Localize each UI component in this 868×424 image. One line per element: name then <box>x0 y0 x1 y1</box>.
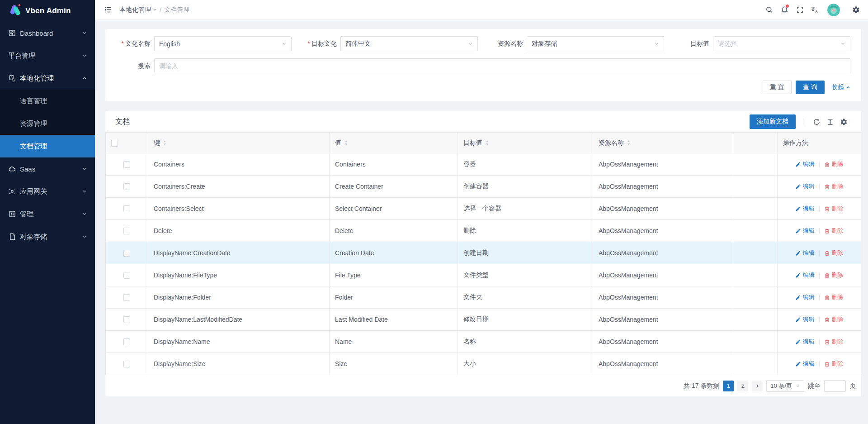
column-settings-gear-icon[interactable] <box>837 115 850 129</box>
page-button-2[interactable]: 2 <box>737 381 748 391</box>
edit-button[interactable]: 编辑 <box>795 293 815 301</box>
delete-button[interactable]: 删除 <box>824 205 844 213</box>
topbar-actions: 文A <box>761 0 863 20</box>
target-culture-select[interactable]: 简体中文 <box>340 36 478 51</box>
edit-button[interactable]: 编辑 <box>795 271 815 279</box>
jump-page-input[interactable] <box>824 380 846 392</box>
sidebar-item-platform[interactable]: 平台管理 <box>0 44 95 67</box>
row-checkbox[interactable] <box>123 316 130 323</box>
filter-actions: 重 置 查 询 收起 <box>113 81 850 94</box>
query-button[interactable]: 查 询 <box>796 81 825 94</box>
delete-action-label: 删除 <box>832 205 844 213</box>
chevron-down-icon <box>468 40 473 48</box>
edit-action-label: 编辑 <box>803 227 815 235</box>
reset-button[interactable]: 重 置 <box>763 81 792 94</box>
row-checkbox[interactable] <box>123 272 130 279</box>
notification-badge <box>786 5 789 8</box>
target-value-select[interactable]: 请选择 <box>713 36 850 51</box>
action-divider <box>819 250 820 256</box>
breadcrumb-parent[interactable]: 本地化管理 <box>119 6 157 14</box>
user-avatar[interactable] <box>827 4 840 16</box>
row-height-icon[interactable] <box>823 115 837 129</box>
culture-select[interactable]: English <box>154 36 292 51</box>
sidebar-item-management[interactable]: 管理 <box>0 203 95 225</box>
delete-button[interactable]: 删除 <box>824 249 844 257</box>
sort-icon[interactable] <box>485 140 489 146</box>
next-page-button[interactable] <box>752 381 763 391</box>
column-header-key[interactable]: 键 <box>148 133 330 153</box>
sidebar-item-dashboard[interactable]: Dashboard <box>0 22 95 44</box>
settings-gear-icon[interactable] <box>848 0 863 20</box>
cell-empty <box>733 331 778 353</box>
select-all-checkbox[interactable] <box>111 140 118 147</box>
edit-button[interactable]: 编辑 <box>795 205 815 213</box>
cell-value: Size <box>330 353 458 375</box>
column-header-target[interactable]: 目标值 <box>458 133 593 153</box>
translate-icon[interactable]: 文A <box>807 0 823 20</box>
search-input[interactable] <box>154 58 850 73</box>
add-document-button[interactable]: 添加新文档 <box>750 114 796 129</box>
pencil-icon <box>795 162 801 167</box>
edit-button[interactable]: 编辑 <box>795 227 815 235</box>
sort-icon[interactable] <box>344 140 348 146</box>
logo[interactable]: Vben Admin <box>0 0 95 22</box>
edit-button[interactable]: 编辑 <box>795 182 815 191</box>
pencil-icon <box>795 206 801 212</box>
sidebar-item-language-mgmt[interactable]: 语言管理 <box>0 90 95 112</box>
sidebar-item-localization[interactable]: A 本地化管理 <box>0 67 95 90</box>
table-body: Containers Containers 容器 AbpOssManagemen… <box>106 153 861 375</box>
cell-resource: AbpOssManagement <box>593 331 733 353</box>
edit-button[interactable]: 编辑 <box>795 338 815 346</box>
edit-button[interactable]: 编辑 <box>795 249 815 257</box>
delete-action-label: 删除 <box>832 249 844 257</box>
row-checkbox[interactable] <box>123 338 130 345</box>
required-marker: * <box>308 40 310 47</box>
fullscreen-icon[interactable] <box>792 0 807 20</box>
row-checkbox[interactable] <box>123 228 130 234</box>
page-button-1[interactable]: 1 <box>723 381 734 391</box>
page-size-select[interactable]: 10 条/页 <box>766 380 804 392</box>
delete-button[interactable]: 删除 <box>824 315 844 324</box>
delete-button[interactable]: 删除 <box>824 182 844 191</box>
delete-button[interactable]: 删除 <box>824 160 844 168</box>
filter-panel: *文化名称 English *目标文化 简体中文 <box>105 29 861 101</box>
refresh-icon[interactable] <box>810 115 823 129</box>
delete-button[interactable]: 删除 <box>824 338 844 346</box>
delete-button[interactable]: 删除 <box>824 293 844 301</box>
sidebar-item-saas[interactable]: Saas <box>0 157 95 180</box>
table-row: DisplayName:Name Name 名称 AbpOssManagemen… <box>106 331 861 353</box>
row-checkbox[interactable] <box>123 161 130 168</box>
delete-button[interactable]: 删除 <box>824 360 844 368</box>
cell-empty <box>733 353 778 375</box>
row-checkbox[interactable] <box>123 361 130 367</box>
edit-button[interactable]: 编辑 <box>795 315 815 324</box>
breadcrumb-separator: / <box>160 6 161 14</box>
dashboard-icon <box>8 29 16 37</box>
sidebar-item-app-gateway[interactable]: 应用网关 <box>0 180 95 203</box>
column-header-value[interactable]: 值 <box>330 133 458 153</box>
collapse-filter-link[interactable]: 收起 <box>831 83 850 91</box>
sort-icon[interactable] <box>627 140 631 146</box>
chevron-up-icon <box>82 76 87 81</box>
row-checkbox[interactable] <box>123 183 130 190</box>
menu-fold-icon[interactable] <box>100 3 115 17</box>
row-checkbox[interactable] <box>123 250 130 257</box>
edit-button[interactable]: 编辑 <box>795 160 815 168</box>
sort-icon[interactable] <box>163 140 167 146</box>
sidebar-item-resource-mgmt[interactable]: 资源管理 <box>0 112 95 135</box>
search-icon[interactable] <box>761 0 777 20</box>
row-checkbox[interactable] <box>123 294 130 301</box>
resource-select[interactable]: 对象存储 <box>527 36 664 51</box>
action-divider <box>819 339 820 345</box>
sidebar-item-document-mgmt[interactable]: 文档管理 <box>0 135 95 157</box>
column-header-resource[interactable]: 资源名称 <box>593 133 733 153</box>
notification-bell-icon[interactable] <box>777 0 792 20</box>
delete-button[interactable]: 删除 <box>824 271 844 279</box>
sidebar-item-object-storage[interactable]: 对象存储 <box>0 225 95 248</box>
trash-icon <box>824 295 830 300</box>
row-checkbox[interactable] <box>123 205 130 212</box>
chevron-down-icon <box>153 8 157 12</box>
cell-empty <box>733 176 778 198</box>
delete-button[interactable]: 删除 <box>824 227 844 235</box>
edit-button[interactable]: 编辑 <box>795 360 815 368</box>
